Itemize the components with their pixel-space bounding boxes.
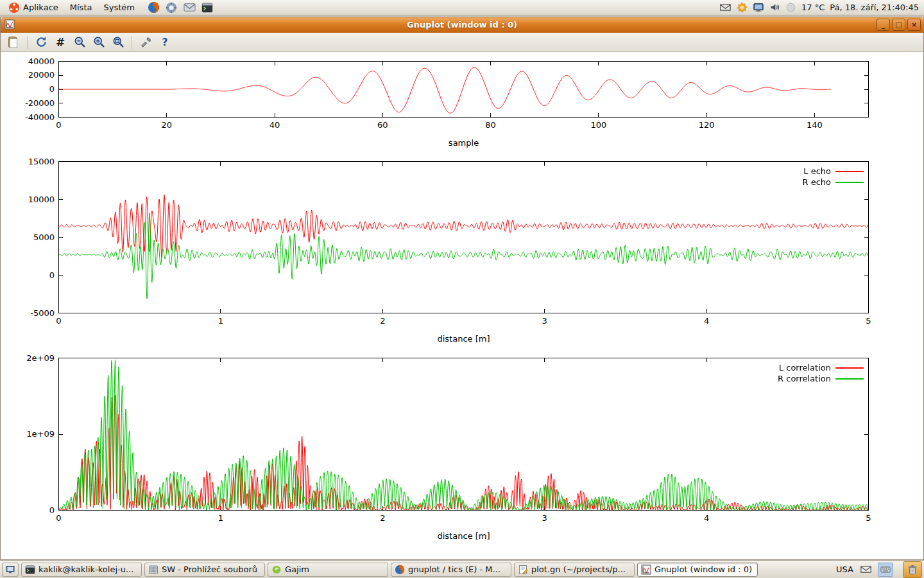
task-button-text-editor[interactable]: plot.gn (~/projects/p... [514, 563, 635, 577]
show-desktop-icon [5, 565, 15, 575]
mail-client-launcher[interactable] [183, 1, 196, 15]
desktop: Aplikace Místa Systém [0, 0, 924, 578]
close-button[interactable]: × [907, 19, 921, 31]
plot-canvas-echo[interactable] [58, 161, 869, 313]
window-controls: _ □ × [877, 19, 921, 31]
taskbar: kaklik@kaklik-kolej-u... SW - Prohlížeč … [0, 560, 924, 578]
y-tick-label: -20000 [6, 98, 55, 108]
help-button[interactable]: ? [156, 34, 174, 51]
autoscale-button[interactable] [109, 34, 127, 51]
y-tick-label: 0 [6, 505, 55, 515]
panel-launchers [147, 1, 214, 15]
y-tick-label: 1e+09 [6, 429, 55, 439]
menu-applications-label: Aplikace [23, 3, 58, 12]
y-tick-label: -40000 [6, 112, 55, 122]
zoom-next-button[interactable] [90, 34, 108, 51]
volume-icon[interactable] [769, 2, 780, 13]
copy-clipboard-icon [6, 35, 21, 49]
y-tick-label: 0 [6, 270, 55, 280]
zoom-previous-icon [73, 35, 87, 49]
mail-tray-button[interactable] [858, 563, 873, 577]
trash-button[interactable] [903, 561, 922, 578]
legend-entry: L echo [803, 166, 864, 176]
task-label: kaklik@kaklik-kolej-u... [38, 565, 133, 574]
keyboard-icon [880, 565, 891, 575]
task-label: Gnuplot (window id : 0) [654, 565, 752, 574]
legend-line-sample [835, 182, 864, 183]
x-tick-label: 140 [789, 120, 840, 130]
zoom-previous-button[interactable] [71, 34, 89, 51]
x-tick-label: 120 [681, 120, 732, 130]
menu-applications[interactable]: Aplikace [3, 0, 64, 15]
legend-line-sample [835, 378, 864, 380]
keyboard-layout-indicator[interactable]: USA [836, 565, 853, 574]
task-label: SW - Prohlížeč souborů [162, 565, 257, 574]
y-tick-label: 2e+09 [6, 353, 55, 363]
plot-chirp: 020406080100120140-40000-200000200004000… [58, 61, 869, 118]
gnuplot-window: Gnuplot (window id : 0) _ □ × # [0, 17, 924, 560]
temperature-label[interactable]: 17 °C [801, 3, 825, 12]
menu-places-label: Místa [70, 3, 92, 12]
menu-places[interactable]: Místa [64, 0, 98, 15]
copy-clipboard-button[interactable] [4, 34, 22, 51]
x-tick-label: 4 [681, 513, 732, 523]
mail-notification-icon[interactable] [720, 2, 731, 13]
terminal-icon [25, 565, 35, 575]
clock[interactable]: Pá, 18. září, 21:40:45 [830, 3, 919, 12]
mail-icon [184, 1, 196, 13]
remote-desktop-icon[interactable] [753, 2, 764, 13]
refresh-icon [35, 35, 48, 49]
x-tick-label: 20 [141, 120, 193, 130]
grid-button[interactable]: # [51, 34, 69, 51]
x-tick-label: 60 [357, 120, 408, 130]
y-tick-label: 40000 [6, 57, 55, 66]
terminal-icon [201, 2, 213, 13]
task-button-file-manager[interactable]: SW - Prohlížeč souborů [144, 563, 265, 577]
x-tick-label: 3 [519, 513, 570, 523]
x-tick-label: 2 [357, 513, 408, 523]
plot-area: 020406080100120140-40000-200000200004000… [1, 52, 923, 559]
taskbar-right: USA [836, 561, 922, 578]
text-editor-icon [518, 565, 528, 575]
refresh-button[interactable] [32, 34, 50, 51]
y-tick-label: 10000 [6, 195, 55, 204]
plot-correlation: 01234501e+092e+09distance [m]L correlati… [58, 358, 869, 511]
panel-tray: 17 °C Pá, 18. září, 21:40:45 [720, 2, 921, 13]
software-updates-icon[interactable] [736, 2, 748, 13]
plot-canvas-chirp[interactable] [58, 61, 869, 118]
x-tick-label: 1 [195, 513, 246, 523]
x-axis-label: distance [m] [58, 334, 869, 344]
show-desktop-button[interactable] [2, 563, 19, 577]
ubuntu-logo-icon [8, 2, 20, 13]
terminal-launcher[interactable] [201, 1, 214, 15]
x-tick-label: 1 [195, 316, 246, 326]
configure-button[interactable] [137, 34, 155, 51]
menu-system-label: Systém [103, 3, 134, 12]
maximize-button[interactable]: □ [892, 19, 905, 31]
plot-canvas-correlation[interactable] [58, 358, 869, 511]
x-tick-label: 5 [843, 513, 894, 523]
x-tick-label: 40 [249, 120, 300, 130]
task-button-terminal[interactable]: kaklik@kaklik-kolej-u... [21, 563, 142, 577]
task-button-gajim[interactable]: Gajim [268, 563, 388, 577]
help-icon [166, 2, 177, 13]
keyboard-indicator-button[interactable] [878, 563, 893, 577]
toolbar-separator [132, 36, 132, 49]
plot-echo: 012345-5000050001000015000distance [m]L … [58, 161, 869, 313]
y-tick-label: 15000 [6, 157, 55, 166]
minimize-button[interactable]: _ [877, 19, 890, 31]
menu-system[interactable]: Systém [98, 0, 140, 15]
legend-label: R echo [802, 177, 831, 187]
task-button-gnuplot[interactable]: Gnuplot (window id : 0) [637, 563, 758, 577]
y-tick-label: -5000 [6, 308, 55, 318]
titlebar[interactable]: Gnuplot (window id : 0) _ □ × [1, 17, 923, 33]
help-launcher[interactable] [165, 1, 178, 15]
zoom-next-icon [92, 35, 106, 49]
firefox-launcher[interactable] [147, 1, 160, 15]
gajim-icon [271, 565, 282, 575]
weather-icon[interactable] [785, 2, 796, 13]
window-title: Gnuplot (window id : 0) [1, 20, 923, 30]
help-question-icon: ? [162, 36, 167, 48]
task-button-firefox[interactable]: gnuplot / tics (E) - M... [391, 563, 511, 577]
legend-entry: R correlation [778, 374, 864, 383]
